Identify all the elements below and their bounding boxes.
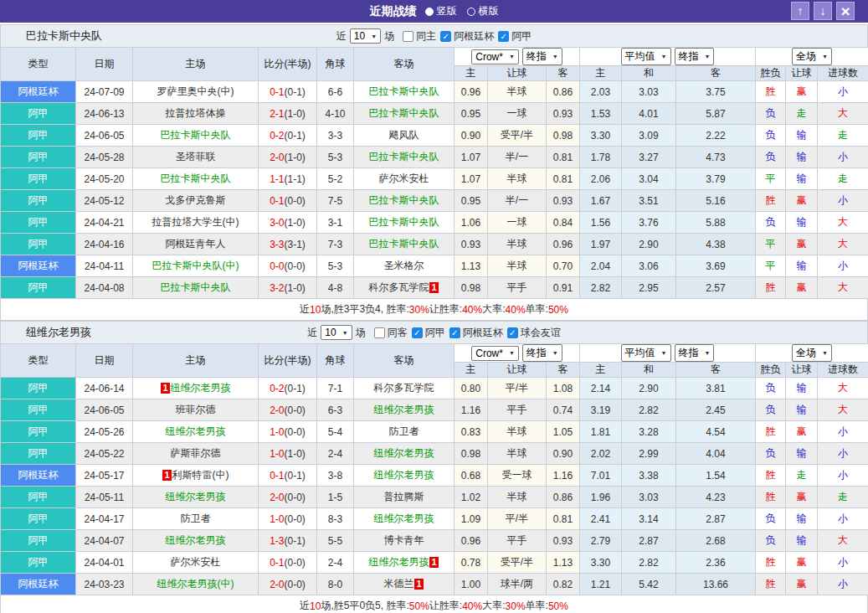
score: 0-1(0-1) bbox=[259, 465, 317, 487]
checkbox[interactable]: ✓ bbox=[412, 327, 423, 338]
result-cell: 赢 bbox=[786, 421, 818, 443]
summary-bar: 近10场,胜5平0负5, 胜率:50% 让胜率:40% 大率:30% 单率:50… bbox=[0, 595, 868, 613]
avg-source-select[interactable]: 平均值▼ bbox=[621, 344, 671, 362]
checkbox-label: 阿甲 bbox=[425, 326, 445, 340]
checkbox[interactable] bbox=[374, 327, 385, 338]
filter-check[interactable]: 同客 bbox=[374, 326, 408, 340]
result-cell: 小 bbox=[818, 190, 868, 212]
handicap-odds: 半球 bbox=[488, 168, 547, 190]
league-filter-checks: 同客✓阿甲✓阿根廷杯✓球会友谊 bbox=[369, 326, 561, 340]
team-name-text: 纽维尔老男孩 bbox=[166, 534, 226, 546]
avg-kind-select[interactable]: 终指▼ bbox=[675, 344, 715, 362]
team-name-text: 普拉腾斯 bbox=[384, 491, 424, 502]
away-team: 纽维尔老男孩 bbox=[354, 399, 455, 421]
scope-select[interactable]: 全场▼ bbox=[792, 48, 832, 65]
team-name-text: 巴拉卡斯中央队 bbox=[161, 173, 231, 184]
result-cell: 大 bbox=[818, 277, 868, 299]
match-date: 24-06-13 bbox=[76, 103, 133, 125]
team-name-text: 防卫者 bbox=[181, 513, 211, 524]
handicap-odds: 一球 bbox=[488, 103, 547, 125]
corners: 4-8 bbox=[317, 277, 354, 299]
close-button[interactable]: × bbox=[836, 2, 855, 20]
odds-source-select[interactable]: Crow*▼ bbox=[471, 346, 519, 361]
radio-selected-icon[interactable] bbox=[425, 8, 434, 16]
match-count-select[interactable]: 10▼ bbox=[321, 325, 352, 340]
scroll-up-button[interactable]: ↑ bbox=[791, 2, 809, 20]
handicap-odds: 0.98 bbox=[455, 277, 488, 299]
checkbox[interactable]: ✓ bbox=[507, 327, 518, 338]
handicap-odds: 0.81 bbox=[547, 147, 580, 168]
match-row: 阿甲24-06-05班菲尔德2-0(0-0)6-3纽维尔老男孩1.16平手0.7… bbox=[1, 399, 868, 421]
odds-kind-select[interactable]: 终指▼ bbox=[522, 48, 562, 65]
corners: 1-5 bbox=[317, 487, 354, 508]
chevron-down-icon: ▼ bbox=[509, 350, 515, 356]
handicap-odds: 平手 bbox=[488, 399, 547, 421]
scroll-down-button[interactable]: ↓ bbox=[814, 2, 832, 20]
col-avg-home: 主 bbox=[580, 66, 622, 81]
games-label: 场 bbox=[384, 29, 394, 44]
europe-odds: 2.68 bbox=[676, 530, 756, 552]
europe-odds: 4.01 bbox=[622, 103, 676, 125]
chevron-down-icon: ▼ bbox=[552, 350, 558, 356]
europe-odds: 2.99 bbox=[622, 443, 676, 465]
avg-kind-select[interactable]: 终指▼ bbox=[675, 48, 715, 65]
result-cell: 负 bbox=[756, 378, 786, 399]
checkbox-label: 阿根廷杯 bbox=[454, 29, 494, 44]
checkbox[interactable]: ✓ bbox=[440, 31, 451, 42]
team-name: 纽维尔老男孩 bbox=[26, 325, 91, 340]
chevron-down-icon: ▼ bbox=[509, 54, 515, 59]
chevron-down-icon: ▼ bbox=[822, 350, 828, 356]
filter-bar: 近 10▼ 场 同主✓阿根廷杯✓阿甲 bbox=[336, 28, 532, 44]
europe-odds: 2.02 bbox=[580, 443, 622, 465]
team-name-text: 纽维尔老男孩 bbox=[374, 404, 434, 415]
match-row: 阿甲24-04-08巴拉卡斯中央队3-2(1-0)4-8科尔多瓦学院10.98平… bbox=[1, 277, 868, 299]
col-odds-handicap: 让球 bbox=[488, 66, 547, 81]
avg-source-select[interactable]: 平均值▼ bbox=[621, 48, 671, 65]
team-name-text: 拉普拉塔大学生(中) bbox=[152, 216, 239, 228]
league-badge: 阿甲 bbox=[1, 277, 76, 299]
league-badge: 阿甲 bbox=[1, 552, 76, 574]
odds-kind-select[interactable]: 终指▼ bbox=[522, 344, 562, 362]
europe-odds: 4.54 bbox=[676, 421, 756, 443]
europe-odds: 1.78 bbox=[580, 147, 622, 168]
matches-table: 类型 日期 主场 比分(半场) 角球 客场 Crow*▼ 终指▼ 平均值▼ 终指… bbox=[0, 47, 868, 299]
europe-odds: 3.28 bbox=[622, 421, 676, 443]
match-date: 24-06-14 bbox=[76, 378, 133, 399]
team-name-text: 米德兰 bbox=[383, 578, 413, 590]
checkbox[interactable]: ✓ bbox=[498, 31, 509, 42]
away-team: 萨尔米安杜 bbox=[354, 168, 455, 190]
score: 0-0(0-0) bbox=[259, 255, 317, 277]
filter-check[interactable]: ✓阿根廷杯 bbox=[440, 29, 494, 44]
result-cell: 赢 bbox=[786, 81, 818, 103]
checkbox-label: 阿根廷杯 bbox=[463, 326, 503, 340]
col-avg-draw: 和 bbox=[622, 363, 676, 378]
filter-check[interactable]: ✓阿甲 bbox=[412, 326, 445, 340]
europe-odds: 3.04 bbox=[622, 168, 676, 190]
matches-table: 类型 日期 主场 比分(半场) 角球 客场 Crow*▼ 终指▼ 平均值▼ 终指… bbox=[0, 343, 868, 595]
summary-text: 近 bbox=[300, 302, 310, 317]
result-cell: 输 bbox=[786, 168, 818, 190]
score: 1-0(0-0) bbox=[259, 508, 317, 530]
checkbox[interactable]: ✓ bbox=[449, 327, 460, 338]
match-count-select[interactable]: 10▼ bbox=[350, 28, 381, 44]
match-row: 阿甲24-04-01萨尔米安杜0-1(0-0)2-4纽维尔老男孩10.78受平/… bbox=[1, 552, 868, 574]
filter-check[interactable]: ✓球会友谊 bbox=[507, 326, 561, 340]
league-badge: 阿甲 bbox=[1, 168, 76, 190]
odds-source-select[interactable]: Crow*▼ bbox=[471, 49, 519, 64]
league-badge: 阿甲 bbox=[1, 421, 76, 443]
layout-option-horizontal[interactable]: 横版 bbox=[467, 4, 499, 18]
layout-option-vertical[interactable]: 竖版 bbox=[425, 4, 457, 18]
europe-odds: 3.09 bbox=[622, 125, 676, 147]
match-date: 24-05-22 bbox=[76, 443, 133, 465]
handicap-odds: 1.07 bbox=[455, 168, 488, 190]
checkbox[interactable] bbox=[403, 31, 413, 42]
filter-check[interactable]: 同主 bbox=[403, 29, 436, 44]
red-card-badge: 1 bbox=[414, 579, 423, 590]
filter-check[interactable]: ✓阿根廷杯 bbox=[449, 326, 503, 340]
scope-select[interactable]: 全场▼ bbox=[792, 344, 832, 362]
handicap-odds: 半球 bbox=[488, 487, 547, 508]
filter-check[interactable]: ✓阿甲 bbox=[498, 29, 532, 44]
result-cell: 走 bbox=[786, 103, 818, 125]
result-cell: 平 bbox=[756, 255, 786, 277]
radio-unselected-icon[interactable] bbox=[467, 8, 475, 16]
